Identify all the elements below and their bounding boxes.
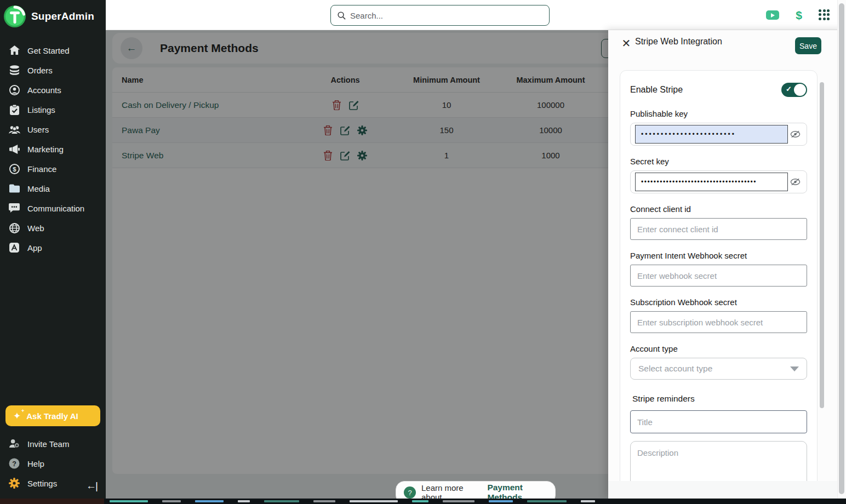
connect-client-id-label: Connect client id [630,204,807,214]
enable-stripe-toggle[interactable]: ✓ [781,83,807,97]
home-icon [8,45,20,56]
sidebar-item-orders[interactable]: Orders [0,60,106,80]
publishable-key-field-wrap: •••••••••••••••••••••••• [630,123,807,146]
help-circle-icon: ? [8,458,20,469]
drawer-header: ✕ Stripe Web Integration Save [608,30,846,64]
chat-bubble-icon [8,203,20,214]
background-window-statusbar [110,500,595,502]
topbar: Search... $ [106,0,846,30]
app-logo-icon [3,5,26,28]
search-icon [338,12,346,20]
account-type-select[interactable]: Select account type [630,358,807,380]
users-group-icon [8,124,20,135]
sidebar-item-label: Invite Team [27,439,69,449]
search-placeholder: Search... [350,11,383,20]
secret-key-label: Secret key [630,157,807,166]
sidebar-item-accounts[interactable]: Accounts [0,80,106,100]
sidebar-item-invite-team[interactable]: Invite Team [0,434,106,454]
drawer-scrollbar[interactable] [820,82,824,408]
background-window-strip [0,499,846,504]
topbar-icons: $ [766,0,831,30]
clipboard-check-icon [8,104,20,115]
sidebar-item-label: App [27,243,42,253]
app-logo-row: SuperAdmin [0,0,106,33]
help-circle-icon: ? [404,486,416,499]
app-title: SuperAdmin [31,10,94,22]
app-store-icon [8,242,20,253]
search-input[interactable]: Search... [330,5,550,26]
sparkle-icon: ✦ [13,411,21,421]
sidebar-item-label: Media [27,184,50,193]
toggle-knob [794,84,806,96]
browser-scrollbar-thumb[interactable] [839,3,844,494]
sidebar-item-users[interactable]: Users [0,119,106,139]
sidebar-item-label: Finance [27,164,56,174]
gear-icon [8,478,20,489]
close-icon[interactable]: ✕ [620,37,632,49]
apps-grid-icon[interactable] [819,9,831,21]
background-window-left [0,499,104,504]
sidebar-item-label: Accounts [27,85,61,95]
enable-stripe-row: Enable Stripe ✓ [630,83,807,97]
sidebar-nav: Get Started Orders Accounts Listings Use… [0,41,106,257]
publishable-key-input[interactable]: •••••••••••••••••••••••• [635,125,788,144]
eye-slash-icon[interactable] [788,178,802,186]
sidebar-item-get-started[interactable]: Get Started [0,41,106,60]
subscription-webhook-label: Subscription Webhook secret [630,297,807,307]
eye-slash-icon[interactable] [788,130,802,138]
stripe-integration-drawer: ✕ Stripe Web Integration Save Enable Str… [608,30,846,499]
drawer-bottom-band [608,481,846,499]
sidebar: SuperAdmin Get Started Orders Accounts L… [0,0,106,499]
connect-client-id-input[interactable] [630,218,807,240]
stripe-reminders-label: Stripe reminders [632,394,807,404]
account-type-label: Account type [630,344,807,353]
sidebar-item-label: Settings [27,479,57,488]
dollar-circle-icon: $ [8,163,20,174]
sidebar-item-label: Get Started [27,46,70,55]
browser-scrollbar-track [837,0,846,499]
enable-stripe-label: Enable Stripe [630,85,683,95]
secret-key-field-wrap: ••••••••••••••••••••••••••••••••••••• [630,170,807,193]
check-icon: ✓ [786,85,792,93]
reminder-title-input[interactable] [630,410,807,433]
sidebar-item-media[interactable]: Media [0,179,106,198]
subscription-webhook-input[interactable] [630,311,807,333]
globe-icon [8,222,20,233]
ask-tradly-ai-button[interactable]: ✦ Ask Tradly AI [5,405,100,426]
svg-text:$: $ [13,165,16,172]
sidebar-item-label: Orders [27,66,53,75]
sidebar-bottom: ✦ Ask Tradly AI Invite Team ? Help [0,405,106,493]
sidebar-item-marketing[interactable]: Marketing [0,139,106,159]
invite-person-icon [8,438,20,449]
svg-text:?: ? [12,460,16,468]
sidebar-item-communication[interactable]: Communication [0,198,106,218]
payment-intent-webhook-input[interactable] [630,265,807,287]
stripe-settings-card: Enable Stripe ✓ Publishable key ••••••••… [620,70,818,503]
publishable-key-label: Publishable key [630,109,807,118]
video-tutorials-icon[interactable] [766,10,779,20]
sidebar-item-label: Marketing [27,145,64,154]
billing-dollar-icon[interactable]: $ [796,9,802,22]
megaphone-icon [8,144,20,154]
secret-key-input[interactable]: ••••••••••••••••••••••••••••••••••••• [635,173,788,191]
sidebar-item-web[interactable]: Web [0,218,106,238]
sidebar-item-label: Help [27,459,44,468]
account-type-placeholder: Select account type [638,364,712,374]
sidebar-collapse-icon[interactable]: ←| [86,480,97,492]
sidebar-item-listings[interactable]: Listings [0,100,106,119]
save-button[interactable]: Save [795,37,821,54]
sidebar-item-label: Web [27,224,44,233]
modal-dim-overlay[interactable] [106,30,608,499]
sidebar-item-label: Communication [27,204,84,213]
database-icon [8,65,20,76]
folder-icon [8,183,20,194]
payment-intent-webhook-label: Payment Intent Webhook secret [630,251,807,260]
chevron-down-icon [790,366,799,371]
sidebar-item-finance[interactable]: $ Finance [0,159,106,179]
ask-ai-label: Ask Tradly AI [26,411,78,421]
sidebar-item-app[interactable]: App [0,238,106,257]
sidebar-item-help[interactable]: ? Help [0,454,106,473]
sidebar-item-label: Users [27,125,49,134]
drawer-title: Stripe Web Integration [635,37,722,47]
sidebar-item-label: Listings [27,105,55,114]
